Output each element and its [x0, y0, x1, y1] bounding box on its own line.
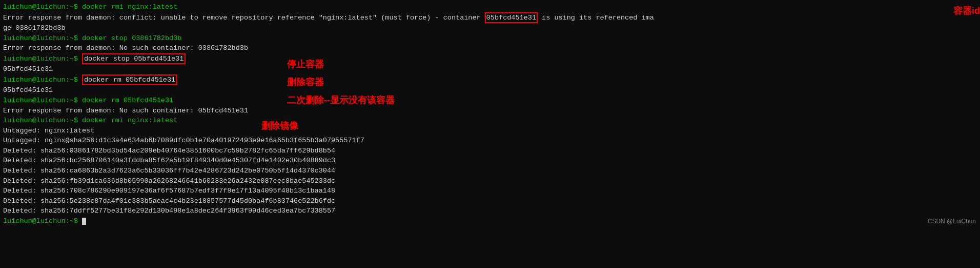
line-4: luichun@luichun:~$ docker stop 03861782b… [3, 33, 977, 44]
line-10: luichun@luichun:~$ docker rm 05bfcd451e3… [3, 95, 977, 106]
line-3: ge 03861782bd3b [3, 23, 977, 33]
watermark: CSDN @LuiChun [928, 217, 976, 226]
line-11: Error response from daemon: No such cont… [3, 106, 977, 116]
line-9: 05bfcd451e31 [3, 85, 977, 95]
line-1: luichun@luichun:~$ docker rmi nginx:late… [3, 2, 977, 12]
line-22: luichun@luichun:~$ [3, 216, 977, 226]
terminal: luichun@luichun:~$ docker rmi nginx:late… [0, 0, 980, 228]
line-17: Deleted: sha256:ca6863b2a3d7623a6c5b3303… [3, 166, 977, 176]
line-2: Error response from daemon: conflict: un… [3, 12, 977, 24]
line-15: Deleted: sha256:03861782bd3bd54ac209eb40… [3, 146, 977, 156]
line-5: Error response from daemon: No such cont… [3, 43, 977, 53]
cursor [82, 218, 86, 225]
line-21: Deleted: sha256:7ddff5277be31f8e292d130b… [3, 206, 977, 216]
annotation-ann1: 容器id [953, 4, 980, 17]
line-16: Deleted: sha256:bc2568706140a3fddba85f62… [3, 156, 977, 166]
line-12: luichun@luichun:~$ docker rmi nginx:late… [3, 116, 977, 126]
line-6: luichun@luichun:~$ docker stop 05bfcd451… [3, 53, 977, 65]
line-18: Deleted: sha256:fb39d1ca636d8b05990a2626… [3, 176, 977, 186]
line-8: luichun@luichun:~$ docker rm 05bfcd451e3… [3, 74, 977, 86]
line-19: Deleted: sha256:708c786290e909197e36af6f… [3, 186, 977, 196]
annotation-ann4: 二次删除--显示没有该容器 [287, 93, 395, 107]
line-13: Untagged: nginx:latest [3, 126, 977, 136]
annotation-ann5: 删除镜像 [261, 119, 298, 132]
line-7: 05bfcd451e31 [3, 64, 977, 74]
annotation-ann3: 删除容器 [287, 75, 324, 89]
annotation-ann2: 停止容器 [287, 58, 324, 71]
line-20: Deleted: sha256:5e238c87da4f01c383b5aeac… [3, 196, 977, 206]
line-14: Untagged: nginx@sha256:d1c3a4e634ab6b708… [3, 136, 977, 146]
